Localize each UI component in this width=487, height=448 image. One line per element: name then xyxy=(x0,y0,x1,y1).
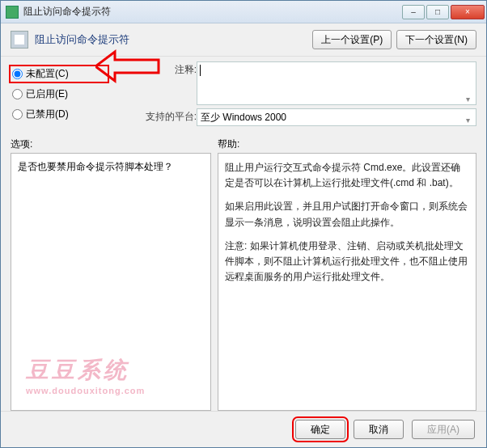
dialog-window: 阻止访问命令提示符 – □ × 阻止访问命令提示符 上一个设置(P) 下一个设置… xyxy=(0,0,487,448)
footer: 确定 取消 应用(A) xyxy=(1,411,486,447)
policy-icon xyxy=(11,31,28,49)
radio-not-configured[interactable]: 未配置(C) xyxy=(11,66,108,82)
close-button[interactable]: × xyxy=(451,5,485,19)
fields: 注释: ▾ 支持的平台: 至少 Windows 2000 ▾ xyxy=(108,61,476,129)
prev-setting-button[interactable]: 上一个设置(P) xyxy=(312,30,392,49)
next-setting-button[interactable]: 下一个设置(N) xyxy=(396,30,476,49)
watermark-url: www.doudouxitong.com xyxy=(26,387,145,395)
chevron-down-icon: ▾ xyxy=(466,116,474,124)
platform-label: 支持的平台: xyxy=(140,108,197,126)
radio-not-configured-input[interactable] xyxy=(12,69,23,79)
window-buttons: – □ × xyxy=(400,5,485,19)
help-paragraph: 注意: 如果计算机使用登录、注销、启动或关机批处理文件脚本，则不阻止计算机运行批… xyxy=(225,239,469,285)
comment-label: 注释: xyxy=(140,61,197,105)
pane-labels: 选项: 帮助: xyxy=(1,131,486,153)
radio-disabled[interactable]: 已禁用(D) xyxy=(11,107,108,122)
watermark-title: 豆豆系统 xyxy=(26,359,145,382)
radio-enabled-label: 已启用(E) xyxy=(26,87,68,101)
window-title: 阻止访问命令提示符 xyxy=(23,5,400,19)
apply-button[interactable]: 应用(A) xyxy=(412,420,475,439)
options-text: 是否也要禁用命令提示符脚本处理？ xyxy=(18,160,204,174)
radio-disabled-input[interactable] xyxy=(12,109,23,120)
state-radio-group: 未配置(C) 已启用(E) 已禁用(D) xyxy=(11,61,108,129)
options-pane[interactable]: 是否也要禁用命令提示符脚本处理？ 豆豆系统 www.doudouxitong.c… xyxy=(11,153,211,411)
cancel-button[interactable]: 取消 xyxy=(354,420,404,439)
app-icon xyxy=(6,6,19,19)
panes: 是否也要禁用命令提示符脚本处理？ 豆豆系统 www.doudouxitong.c… xyxy=(1,153,486,411)
titlebar[interactable]: 阻止访问命令提示符 – □ × xyxy=(1,1,486,23)
watermark: 豆豆系统 www.doudouxitong.com xyxy=(26,359,145,395)
comment-input[interactable]: ▾ xyxy=(197,61,476,105)
minimize-button[interactable]: – xyxy=(402,5,425,19)
help-label: 帮助: xyxy=(218,137,239,151)
help-paragraph: 如果启用此设置，并且用户试图打开命令窗口，则系统会显示一条消息，说明设置会阻止此… xyxy=(225,199,469,230)
radio-disabled-label: 已禁用(D) xyxy=(26,108,69,121)
options-label: 选项: xyxy=(11,137,218,151)
radio-enabled-input[interactable] xyxy=(12,89,23,99)
text-cursor xyxy=(200,65,201,76)
config-row: 未配置(C) 已启用(E) 已禁用(D) 注释: ▾ 支持的平台: xyxy=(1,57,486,131)
ok-button[interactable]: 确定 xyxy=(295,420,345,439)
chevron-down-icon: ▾ xyxy=(466,95,474,103)
radio-not-configured-label: 未配置(C) xyxy=(26,67,69,81)
help-pane[interactable]: 阻止用户运行交互式命令提示符 Cmd.exe。此设置还确定是否可以在计算机上运行… xyxy=(218,153,476,411)
radio-enabled[interactable]: 已启用(E) xyxy=(11,87,108,102)
policy-title: 阻止访问命令提示符 xyxy=(35,32,307,47)
maximize-button[interactable]: □ xyxy=(426,5,449,19)
platform-field: 至少 Windows 2000 ▾ xyxy=(197,108,476,126)
header: 阻止访问命令提示符 上一个设置(P) 下一个设置(N) xyxy=(1,23,486,57)
help-paragraph: 阻止用户运行交互式命令提示符 Cmd.exe。此设置还确定是否可以在计算机上运行… xyxy=(225,160,469,191)
platform-value: 至少 Windows 2000 xyxy=(201,112,286,123)
